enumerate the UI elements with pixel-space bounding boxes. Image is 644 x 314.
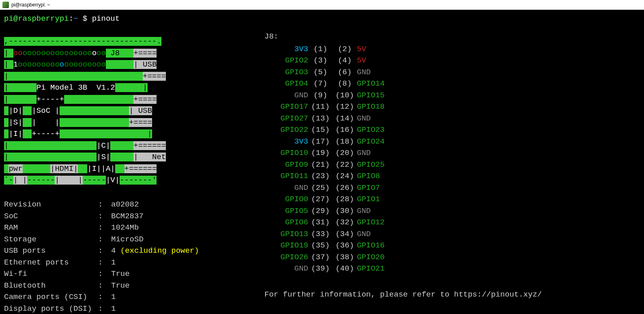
pin-num-right: (24) xyxy=(333,170,357,182)
pin-num-right: (2) xyxy=(333,43,357,55)
putty-icon xyxy=(2,2,9,8)
terminal[interactable]: pi@raspberrypi:~ $ pinout ,-------------… xyxy=(0,10,644,314)
pin-left-label: GPIO10 xyxy=(264,147,308,159)
footer-prefix: For further information, please refer to xyxy=(264,290,454,299)
pin-row: GPIO2(3)(4)5V xyxy=(264,55,401,67)
pin-left-label: GPIO4 xyxy=(264,78,308,90)
pin-left-label: GPIO26 xyxy=(264,252,308,263)
sysinfo-row: Storage:MicroSD xyxy=(4,234,199,245)
pin-row: GND(39)(40)GPIO21 xyxy=(264,263,401,275)
pin-num-left: (29) xyxy=(308,205,333,217)
pin-left-label: GPIO3 xyxy=(264,67,308,78)
pins-header: J8: xyxy=(264,31,401,43)
prompt-sep: : xyxy=(69,14,73,23)
pin-right-label: GND xyxy=(357,113,401,125)
pin-num-left: (27) xyxy=(308,194,333,205)
pin-num-right: (36) xyxy=(333,240,357,252)
pin-row: GPIO13(33)(34)GND xyxy=(264,228,401,240)
pin-num-right: (4) xyxy=(333,55,357,67)
pin-num-left: (9) xyxy=(308,90,333,101)
pin-right-label: GND xyxy=(357,228,401,240)
sysinfo-row: Revision:a02082 xyxy=(4,199,199,211)
sysinfo-label: Camera ports (CSI) xyxy=(4,291,98,303)
pin-num-right: (20) xyxy=(333,147,357,159)
sysinfo-row: SoC:BCM2837 xyxy=(4,211,199,222)
pin-right-label: GPIO23 xyxy=(357,124,401,136)
sysinfo-row: Bluetooth:True xyxy=(4,280,199,292)
pin-left-label: 3V3 xyxy=(264,43,308,55)
pin-row: GPIO22(15)(16)GPIO23 xyxy=(264,124,401,136)
window-titlebar: pi@raspberrypi: ~ xyxy=(0,0,644,10)
sysinfo-label: Revision xyxy=(4,199,98,211)
pin-left-label: 3V3 xyxy=(264,136,308,148)
sysinfo-sep: : xyxy=(98,303,111,314)
pin-num-left: (21) xyxy=(308,159,333,171)
sysinfo-sep: : xyxy=(98,280,111,292)
sysinfo-label: Ethernet ports xyxy=(4,257,98,269)
sysinfo-row: RAM:1024Mb xyxy=(4,222,199,234)
footer-link[interactable]: https://pinout.xyz/ xyxy=(454,290,542,299)
prompt-path: ~ xyxy=(73,14,78,23)
pin-right-label: GPIO21 xyxy=(357,263,401,275)
pin-num-left: (1) xyxy=(308,43,333,55)
sysinfo-value: BCM2837 xyxy=(111,211,144,222)
pin-right-label: GND xyxy=(357,205,401,217)
pin-right-label: GPIO16 xyxy=(357,240,401,252)
pin-num-left: (31) xyxy=(308,217,333,228)
pin-row: GPIO5(29)(30)GND xyxy=(264,205,401,217)
pin-right-label: GPIO18 xyxy=(357,101,401,113)
sysinfo-row: Ethernet ports:1 xyxy=(4,257,199,269)
sysinfo-sep: : xyxy=(98,222,111,234)
pin-row: GPIO19(35)(36)GPIO16 xyxy=(264,240,401,252)
pin-row: GPIO9(21)(22)GPIO25 xyxy=(264,159,401,171)
pin-num-left: (11) xyxy=(308,101,333,113)
pin-right-label: 5V xyxy=(357,43,401,55)
pin-num-left: (19) xyxy=(308,147,333,159)
pin-num-right: (6) xyxy=(333,67,357,78)
pin-row: GPIO17(11)(12)GPIO18 xyxy=(264,101,401,113)
pin-left-label: GPIO17 xyxy=(264,101,308,113)
pin-row: GND(25)(26)GPIO7 xyxy=(264,182,401,194)
board-model-text: Pi Model 3B V1.2 xyxy=(36,83,115,92)
sysinfo-value: a02082 xyxy=(111,199,139,211)
sysinfo-value: True xyxy=(111,280,130,292)
pin-num-left: (13) xyxy=(308,113,333,125)
pin-left-label: GPIO6 xyxy=(264,217,308,228)
pin-right-label: GPIO15 xyxy=(357,90,401,101)
pin-num-left: (25) xyxy=(308,182,333,194)
pin-right-label: GPIO24 xyxy=(357,136,401,148)
pin-num-left: (37) xyxy=(308,252,333,263)
pin-num-right: (22) xyxy=(333,159,357,171)
pin-row: GND(9)(10)GPIO15 xyxy=(264,90,401,101)
board-ascii-art: ,--------------------------------. | ooo… xyxy=(4,36,215,186)
pin-left-label: GPIO2 xyxy=(264,55,308,67)
pin-left-label: GPIO13 xyxy=(264,228,308,240)
pin-num-right: (16) xyxy=(333,124,357,136)
sysinfo-label: USB ports xyxy=(4,245,98,257)
pin-num-left: (5) xyxy=(308,67,333,78)
sysinfo-sep: : xyxy=(98,245,111,257)
pin-num-left: (7) xyxy=(308,78,333,90)
pin-num-right: (34) xyxy=(333,228,357,240)
sysinfo-value: True xyxy=(111,268,130,280)
sysinfo-value: 1024Mb xyxy=(111,222,139,234)
pin-right-label: GPIO7 xyxy=(357,182,401,194)
pin-right-label: GPIO8 xyxy=(357,170,401,182)
sysinfo-label: RAM xyxy=(4,222,98,234)
pin-row: 3V3(17)(18)GPIO24 xyxy=(264,136,401,148)
pin-left-label: GPIO5 xyxy=(264,205,308,217)
sysinfo-sep: : xyxy=(98,291,111,303)
pins-table: J8: 3V3(1)(2)5VGPIO2(3)(4)5VGPIO3(5)(6)G… xyxy=(264,31,401,275)
sysinfo-label: Wi-fi xyxy=(4,268,98,280)
sysinfo-sep: : xyxy=(98,211,111,222)
sysinfo-row: USB ports:4 (excluding power) xyxy=(4,245,199,257)
pin-num-right: (10) xyxy=(333,90,357,101)
pin-left-label: GND xyxy=(264,263,308,275)
pin-row: 3V3(1)(2)5V xyxy=(264,43,401,55)
pin-num-left: (23) xyxy=(308,170,333,182)
pin-right-label: GPIO1 xyxy=(357,194,401,205)
sysinfo-label: SoC xyxy=(4,211,98,222)
pin-right-label: GPIO25 xyxy=(357,159,401,171)
footer-text: For further information, please refer to… xyxy=(264,289,542,301)
sysinfo-sep: : xyxy=(98,257,111,269)
